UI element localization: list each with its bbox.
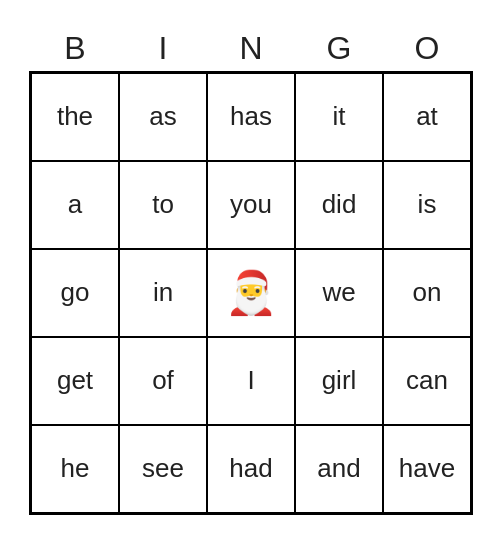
cell-1-0[interactable]: a xyxy=(31,161,119,249)
bingo-grid: the as has it at a to you did is go in 🎅… xyxy=(29,71,473,515)
cell-1-4[interactable]: is xyxy=(383,161,471,249)
header-o: O xyxy=(387,30,467,67)
santa-icon: 🎅 xyxy=(225,272,277,314)
cell-3-4[interactable]: can xyxy=(383,337,471,425)
cell-0-3[interactable]: it xyxy=(295,73,383,161)
cell-3-2[interactable]: I xyxy=(207,337,295,425)
header-n: N xyxy=(211,30,291,67)
header-i: I xyxy=(123,30,203,67)
cell-4-0[interactable]: he xyxy=(31,425,119,513)
cell-1-1[interactable]: to xyxy=(119,161,207,249)
cell-0-2[interactable]: has xyxy=(207,73,295,161)
header-b: B xyxy=(35,30,115,67)
cell-2-3[interactable]: we xyxy=(295,249,383,337)
cell-2-2-free[interactable]: 🎅 xyxy=(207,249,295,337)
cell-0-0[interactable]: the xyxy=(31,73,119,161)
cell-3-3[interactable]: girl xyxy=(295,337,383,425)
cell-4-4[interactable]: have xyxy=(383,425,471,513)
header-g: G xyxy=(299,30,379,67)
cell-2-0[interactable]: go xyxy=(31,249,119,337)
cell-4-3[interactable]: and xyxy=(295,425,383,513)
cell-2-4[interactable]: on xyxy=(383,249,471,337)
cell-3-0[interactable]: get xyxy=(31,337,119,425)
cell-0-4[interactable]: at xyxy=(383,73,471,161)
bingo-header: B I N G O xyxy=(31,30,471,67)
cell-1-3[interactable]: did xyxy=(295,161,383,249)
cell-4-1[interactable]: see xyxy=(119,425,207,513)
cell-3-1[interactable]: of xyxy=(119,337,207,425)
bingo-container: B I N G O the as has it at a to you did … xyxy=(19,20,483,525)
cell-1-2[interactable]: you xyxy=(207,161,295,249)
cell-4-2[interactable]: had xyxy=(207,425,295,513)
cell-0-1[interactable]: as xyxy=(119,73,207,161)
cell-2-1[interactable]: in xyxy=(119,249,207,337)
